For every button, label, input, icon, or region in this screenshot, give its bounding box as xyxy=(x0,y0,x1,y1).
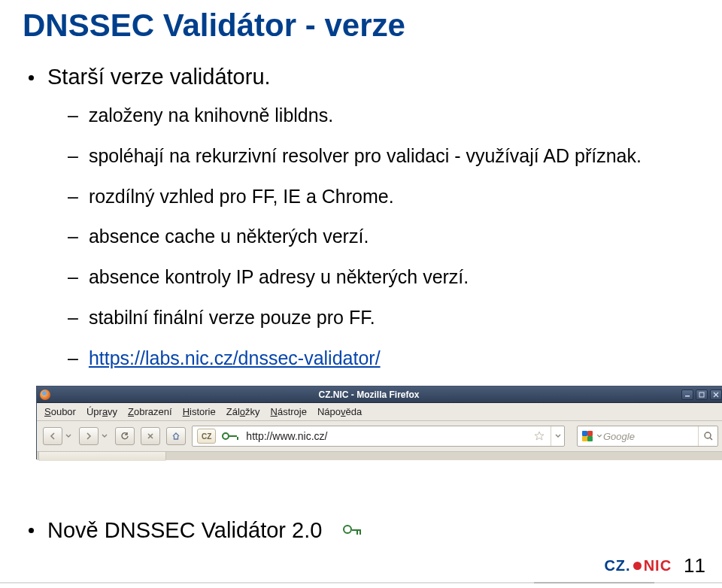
menu-item-bookmarks[interactable]: Záložky xyxy=(226,406,260,417)
dash-icon: – xyxy=(68,346,78,371)
maximize-button[interactable] xyxy=(696,389,708,400)
bookmark-star-icon[interactable] xyxy=(534,431,546,441)
menu-item-view[interactable]: Zobrazení xyxy=(128,406,172,417)
menu-item-edit[interactable]: Úpravy xyxy=(86,406,117,417)
validator-link[interactable]: https://labs.nic.cz/dnssec-validator/ xyxy=(89,346,381,371)
search-placeholder: Google xyxy=(603,431,698,442)
dnssec-key-icon xyxy=(222,431,238,441)
dash-icon: – xyxy=(68,305,78,331)
logo-nic: NIC xyxy=(644,557,672,574)
stop-button[interactable] xyxy=(141,427,160,445)
site-identity-badge[interactable]: CZ xyxy=(197,429,216,444)
svg-line-7 xyxy=(710,438,712,440)
reload-button[interactable] xyxy=(115,427,135,445)
sub-bullet-text: rozdílný vzhled pro FF, IE a Chrome. xyxy=(89,184,394,210)
dash-icon: – xyxy=(68,224,78,250)
sub-bullet-item: – absence kontroly IP adresy u některých… xyxy=(68,265,699,290)
logo-dot-icon xyxy=(633,562,642,570)
search-bar[interactable]: Google xyxy=(577,426,718,447)
sub-bullet-text: založeny na knihovně libldns. xyxy=(89,103,333,129)
bullet-dot-icon xyxy=(29,528,34,533)
dash-icon: – xyxy=(68,265,78,290)
sub-bullet-item: – spoléhají na rekurzivní resolver pro v… xyxy=(68,144,699,169)
window-buttons xyxy=(681,389,722,400)
footer-divider xyxy=(0,582,722,583)
sub-bullet-item: – rozdílný vzhled pro FF, IE a Chrome. xyxy=(68,184,699,210)
dash-icon: – xyxy=(68,144,78,169)
sub-bullet-text: spoléhají na rekurzivní resolver pro val… xyxy=(89,144,642,169)
logo-cz: CZ. xyxy=(604,557,630,574)
window-titlebar: CZ.NIC - Mozilla Firefox xyxy=(37,386,722,403)
sub-bullet-item: – založeny na knihovně libldns. xyxy=(68,103,699,129)
browser-tab[interactable] xyxy=(38,452,166,461)
bullet-dot-icon xyxy=(29,75,34,80)
search-engine-dropdown-icon[interactable] xyxy=(597,435,603,438)
cznic-logo: CZ. NIC xyxy=(604,557,672,574)
slide-title: DNSSEC Validátor - verze xyxy=(23,8,699,44)
home-button[interactable] xyxy=(166,427,186,445)
sub-bullet-text: stabilní finální verze pouze pro FF. xyxy=(89,305,375,331)
firefox-screenshot: CZ.NIC - Mozilla Firefox Soubor Úpravy Z… xyxy=(36,386,722,459)
menu-bar: Soubor Úpravy Zobrazení Historie Záložky… xyxy=(37,403,722,421)
svg-rect-1 xyxy=(699,393,704,397)
google-icon xyxy=(582,431,593,441)
menu-item-help[interactable]: Nápověda xyxy=(317,406,362,417)
search-go-icon[interactable] xyxy=(698,426,717,446)
sub-bullet-text: absence kontroly IP adresy u některých v… xyxy=(89,265,469,290)
toolbar: CZ http://www.nic.cz/ Google xyxy=(37,421,722,451)
svg-rect-0 xyxy=(685,396,690,397)
dash-icon: – xyxy=(68,103,78,129)
minimize-button[interactable] xyxy=(681,389,693,400)
page-number: 11 xyxy=(684,554,705,577)
url-text[interactable]: http://www.nic.cz/ xyxy=(243,430,529,442)
slide-footer: CZ. NIC 11 xyxy=(604,554,705,577)
forward-dropdown-icon[interactable] xyxy=(100,427,109,445)
sub-bullet-item-link: – https://labs.nic.cz/dnssec-validator/ xyxy=(68,346,699,371)
window-title-text: CZ.NIC - Mozilla Firefox xyxy=(56,389,681,400)
bullet-level1-bottom: Nově DNSSEC Validátor 2.0 xyxy=(29,518,363,543)
bullet-text: Starší verze validátoru. xyxy=(47,65,271,89)
bottom-bullet-text: Nově DNSSEC Validátor 2.0 xyxy=(47,518,322,543)
sub-bullet-list: – založeny na knihovně libldns. – spoléh… xyxy=(68,103,699,371)
forward-button[interactable] xyxy=(79,427,99,445)
tab-bar xyxy=(37,451,722,460)
menu-item-history[interactable]: Historie xyxy=(183,406,216,417)
back-button[interactable] xyxy=(43,427,62,445)
dash-icon: – xyxy=(68,184,78,210)
bullet-level1: Starší verze validátoru. xyxy=(29,65,699,89)
url-bar[interactable]: CZ http://www.nic.cz/ xyxy=(192,426,565,447)
svg-point-6 xyxy=(705,432,711,438)
dnssec-key-icon xyxy=(343,525,363,537)
menu-item-file[interactable]: Soubor xyxy=(44,406,76,417)
sub-bullet-item: – absence cache u některých verzí. xyxy=(68,224,699,250)
close-button[interactable] xyxy=(710,389,722,400)
back-dropdown-icon[interactable] xyxy=(64,427,73,445)
sub-bullet-item: – stabilní finální verze pouze pro FF. xyxy=(68,305,699,331)
menu-item-tools[interactable]: Nástroje xyxy=(271,406,307,417)
sub-bullet-text: absence cache u některých verzí. xyxy=(89,224,369,250)
url-dropdown-icon[interactable] xyxy=(551,426,564,446)
firefox-icon xyxy=(40,389,50,400)
